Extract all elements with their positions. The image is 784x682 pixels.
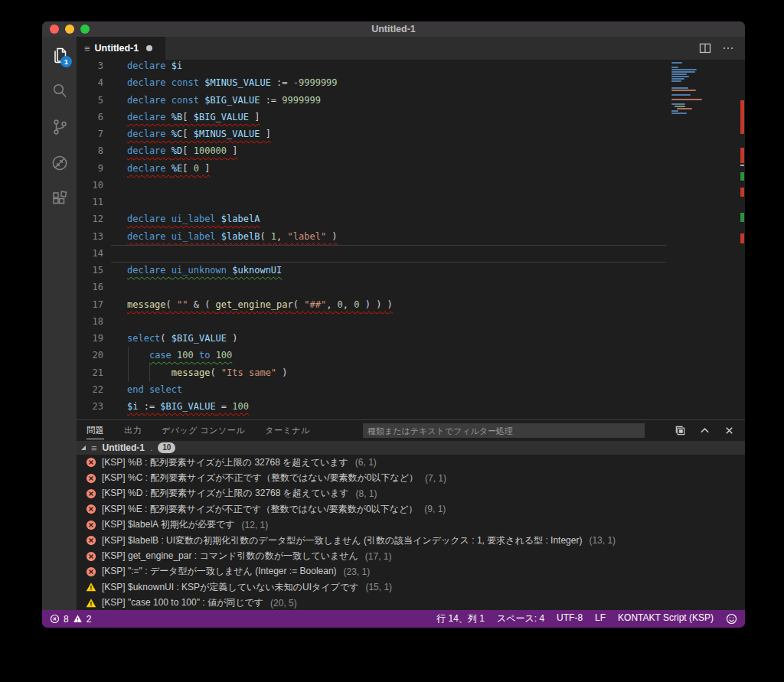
line-number: 22 (77, 381, 103, 398)
collapse-all-icon[interactable] (675, 425, 686, 436)
sidebar-item-search[interactable] (42, 73, 77, 109)
problems-status[interactable]: 8 2 (50, 614, 91, 625)
line-number: 18 (77, 313, 103, 330)
problem-row[interactable]: [KSP] %B : 配列要素サイズが上限の 32768 を超えています(6, … (77, 455, 745, 470)
code-line[interactable]: 23$i := $BIG_VALUE = 100 (77, 398, 670, 416)
problem-row[interactable]: [KSP] %E : 配列要素サイズが不正です（整数ではない/要素数が0以下など… (77, 501, 745, 517)
panel-tab-active[interactable]: 問題 (87, 422, 104, 439)
status-item[interactable]: LF (595, 612, 606, 625)
problem-message: [KSP] $labelA 初期化が必要です (102, 518, 235, 531)
group-dot: . (150, 442, 152, 453)
panel-tabs-container: 問題出力デバッグ コンソールターミナル (87, 422, 310, 439)
code-line[interactable]: 8declare %D[ 100000 ] (77, 142, 670, 160)
close-panel-icon[interactable] (724, 425, 735, 436)
problem-row[interactable]: [KSP] %D : 配列要素サイズが上限の 32768 を超えています(8, … (77, 486, 745, 501)
code-line[interactable]: 15declare ui_unknown $uknownUI (77, 262, 670, 279)
problem-message: [KSP] $uknownUI : KSPが定義していない未知のUIタイプです (102, 581, 358, 594)
problem-row[interactable]: [KSP] %C : 配列要素サイズが不正です（整数ではない/要素数が0以下など… (77, 470, 745, 485)
code-line[interactable]: 21 message( "Its same" ) (77, 364, 670, 382)
sidebar-item-extensions[interactable] (42, 181, 77, 217)
code-text: declare %C[ $MINUS_VALUE ] (127, 126, 271, 142)
minimap-line (677, 108, 692, 109)
code-line[interactable]: 12declare ui_label $labelA (77, 210, 670, 228)
status-item[interactable]: 行 14、列 1 (436, 612, 485, 625)
code-line[interactable]: 6declare %B[ $BIG_VALUE ] (77, 109, 670, 126)
editor-tab-bar: ≡ Untitled-1 (77, 37, 745, 60)
line-number: 19 (77, 330, 103, 347)
code-line[interactable]: 14 (77, 245, 670, 263)
code-line[interactable]: 3declare $i (77, 60, 670, 75)
code-text: declare const $BIG_VALUE := 9999999 (127, 92, 321, 109)
problem-message: [KSP] get_engine_par : コマンド引数の数が一致していません (102, 550, 358, 563)
status-item[interactable]: UTF-8 (557, 612, 583, 625)
minimap-line (671, 90, 696, 91)
code-line[interactable]: 22end select (77, 381, 670, 399)
problem-message: [KSP] %D : 配列要素サイズが上限の 32768 を超えています (102, 487, 348, 500)
code-line[interactable]: 20 case 100 to 100 (77, 347, 670, 364)
minimap-line (671, 113, 687, 114)
group-file-name: Untitled-1 (103, 442, 145, 453)
code-editor[interactable]: 3declare $i4declare const $MINUS_VALUE :… (77, 60, 745, 419)
problem-location: (17, 1) (365, 551, 392, 562)
code-line[interactable]: 16 (77, 279, 670, 296)
minimap-line (671, 87, 688, 89)
modified-dot-icon (146, 45, 152, 51)
overview-marker (740, 233, 744, 243)
activity-bar: 1 (42, 37, 77, 610)
sidebar-item-source-control[interactable] (42, 109, 77, 145)
code-line[interactable]: 19select( $BIG_VALUE ) (77, 330, 670, 348)
panel-actions (665, 425, 745, 436)
more-actions-icon[interactable] (722, 42, 734, 54)
status-right: 行 14、列 1スペース: 4UTF-8LFKONTAKT Script (KS… (436, 612, 737, 625)
problem-message: [KSP] ":=" : データ型が一致しません (Integer := Boo… (102, 565, 337, 578)
status-item[interactable]: KONTAKT Script (KSP) (618, 612, 714, 625)
minimap-line (671, 80, 681, 82)
problem-location: (15, 1) (365, 582, 392, 592)
split-editor-icon[interactable] (699, 42, 711, 54)
sidebar-item-explorer[interactable]: 1 (42, 37, 77, 73)
minimap-line (671, 67, 678, 68)
code-text: end select (127, 381, 182, 398)
panel-tab-item[interactable]: ターミナル (265, 422, 310, 439)
code-line[interactable]: 9declare %E[ 0 ] (77, 160, 670, 178)
code-line[interactable]: 10 (77, 177, 670, 194)
code-line[interactable]: 5declare const $BIG_VALUE := 9999999 (77, 92, 670, 109)
problem-row[interactable]: [KSP] $uknownUI : KSPが定義していない未知のUIタイプです(… (77, 579, 745, 595)
code-line[interactable]: 17message( "" & ( get_engine_par( "##", … (77, 296, 670, 314)
search-icon (50, 81, 70, 101)
panel-tab-item[interactable]: デバッグ コンソール (162, 422, 245, 439)
code-line[interactable]: 4declare const $MINUS_VALUE := -9999999 (77, 74, 670, 92)
minimap-line (671, 99, 702, 100)
problem-row[interactable]: [KSP] get_engine_par : コマンド引数の数が一致していません… (77, 548, 745, 563)
problem-row[interactable]: [KSP] "case 100 to 100" : 値が同じです(20, 5) (77, 596, 745, 610)
window-title: Untitled-1 (42, 24, 745, 34)
problems-filter-input[interactable] (363, 423, 645, 438)
code-line[interactable]: 18 (77, 313, 670, 331)
code-line[interactable]: 11 (77, 194, 670, 211)
tab-untitled-1[interactable]: ≡ Untitled-1 (77, 37, 165, 60)
problem-row[interactable]: [KSP] ":=" : データ型が一致しません (Integer := Boo… (77, 564, 745, 579)
title-bar[interactable]: Untitled-1 (42, 21, 745, 37)
overview-marker (740, 148, 744, 163)
sidebar-item-debug[interactable] (42, 145, 77, 181)
source-control-icon (50, 117, 70, 137)
maximize-panel-icon[interactable] (699, 425, 710, 436)
code-line[interactable]: 13declare ui_label $labelB( 1, "label" ) (77, 228, 670, 246)
panel-tab-bar: 問題出力デバッグ コンソールターミナル (77, 420, 745, 441)
overview-ruler (740, 60, 745, 419)
status-item[interactable]: スペース: 4 (497, 612, 544, 625)
problem-row[interactable]: [KSP] $labelA 初期化が必要です(12, 1) (77, 517, 745, 533)
problem-message: [KSP] "case 100 to 100" : 値が同じです (102, 596, 263, 609)
problems-group-header[interactable]: ≡ Untitled-1 . 10 (77, 441, 745, 455)
panel-tab-item[interactable]: 出力 (124, 422, 142, 439)
problem-row[interactable]: [KSP] $labelB : UI変数の初期化引数のデータ型が一致しません (… (77, 533, 745, 548)
minimap[interactable] (670, 60, 740, 419)
problem-location: (23, 1) (344, 566, 371, 577)
error-icon (86, 566, 96, 577)
minimap-line (671, 76, 689, 77)
overview-marker (740, 188, 744, 197)
code-line[interactable]: 7declare %C[ $MINUS_VALUE ] (77, 126, 670, 143)
editor-actions (699, 37, 745, 60)
feedback-smiley-icon[interactable] (726, 613, 737, 625)
line-number: 7 (77, 126, 103, 142)
